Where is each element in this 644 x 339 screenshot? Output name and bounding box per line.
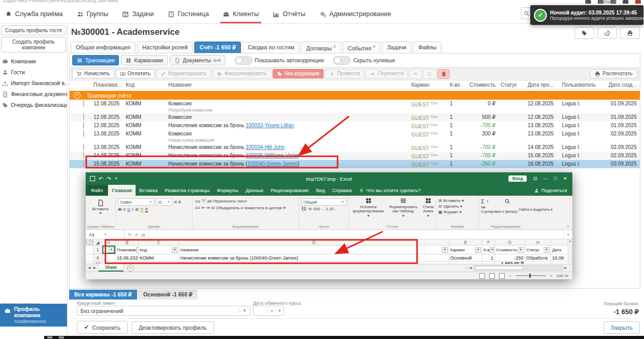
column-header[interactable]: Плановая... bbox=[93, 82, 126, 88]
page-break-view-icon[interactable] bbox=[499, 273, 505, 279]
decimal-icons[interactable]: ←,0 ,00→ bbox=[321, 207, 337, 211]
table-row[interactable]: 12.08.2025КОММКомиссияПопробуем комиссию… bbox=[70, 100, 640, 113]
excel-menu-4[interactable]: Разметка страницы bbox=[161, 185, 213, 196]
row-number-1[interactable]: 1 bbox=[93, 246, 102, 254]
excel-menu-1[interactable]: Файл bbox=[86, 185, 108, 196]
align-left-icons[interactable]: ≡≡ bbox=[195, 205, 200, 210]
orientation-icon[interactable]: ⤧ bbox=[202, 198, 206, 204]
number-format-select[interactable]: Общий▼ bbox=[301, 198, 346, 206]
nav-item-3[interactable]: Задачи bbox=[122, 4, 154, 23]
align-top-icons[interactable]: ≡≡ bbox=[195, 199, 200, 204]
column-header[interactable]: Код bbox=[126, 82, 168, 88]
row-number-9[interactable]: 9 bbox=[93, 254, 102, 262]
pocket-tab-2[interactable]: Основной -1 650 ₽ bbox=[138, 290, 198, 300]
filter-cell-h[interactable]: Статус▼ bbox=[525, 246, 551, 254]
underline-button[interactable]: Ч bbox=[127, 207, 130, 212]
column-letter-D[interactable]: D bbox=[179, 239, 449, 246]
toggle-switch[interactable] bbox=[333, 56, 351, 65]
nav-item-2[interactable]: Группы bbox=[77, 4, 109, 23]
print-button[interactable] bbox=[620, 27, 640, 39]
column-letter-E[interactable]: E bbox=[449, 239, 482, 246]
tab-7[interactable]: Задачи bbox=[382, 42, 411, 55]
sheet-tab[interactable]: Sheet bbox=[98, 264, 124, 272]
cell-styles-button[interactable]: Стили ячеек ▾ bbox=[421, 197, 436, 223]
tag-button[interactable] bbox=[574, 27, 594, 39]
calendar-dropdown-icon[interactable]: ▼ bbox=[275, 309, 284, 313]
data-cell-g[interactable]: -250 bbox=[495, 254, 525, 262]
italic-button[interactable]: К bbox=[123, 207, 126, 212]
sort-filter-button[interactable]: Я▾Сортировка и фильтр bbox=[481, 206, 517, 214]
excel-menu-6[interactable]: Данные bbox=[242, 185, 267, 196]
action-button-перенести[interactable]: Перенести bbox=[366, 69, 408, 78]
column-header[interactable]: Карман bbox=[411, 82, 450, 88]
tab-2[interactable]: Настройки ролей bbox=[137, 42, 193, 55]
excel-menu-7[interactable]: Рецензирование bbox=[267, 185, 312, 196]
tab-4[interactable]: Сводка по гостям bbox=[243, 42, 299, 55]
name-box[interactable]: A1 bbox=[89, 232, 95, 237]
nav-item-1[interactable]: Служба приёма bbox=[5, 4, 63, 23]
excel-share-button[interactable]: Поделиться bbox=[534, 185, 572, 196]
view-button-3[interactable]: Документы0+0 bbox=[170, 55, 225, 66]
table-row[interactable]: 14.08.2025КОММНачисление комиссии за бро… bbox=[70, 152, 640, 160]
night-audit-toast[interactable]: ✓ Ночной аудит: 03.09.2025 17:39:45 Проц… bbox=[530, 5, 643, 25]
sidebar-item-1[interactable]: Компании bbox=[0, 56, 67, 66]
nav-item-7[interactable]: Администрирование bbox=[319, 4, 391, 23]
deactivate-profile-button[interactable]: Деактивировать профиль bbox=[131, 321, 214, 334]
row-number-10[interactable]: 10 bbox=[93, 262, 102, 264]
scissors-button[interactable] bbox=[423, 69, 436, 79]
table-row[interactable]: 12.08.2025КОММНачисление комиссии за бро… bbox=[70, 121, 640, 130]
filter-dropdown-icon[interactable]: ▼ bbox=[475, 247, 481, 253]
excel-menu-8[interactable]: Вид bbox=[313, 185, 329, 196]
undo-button[interactable] bbox=[409, 69, 422, 79]
booking-link[interactable]: 100035-Williams Violet bbox=[246, 153, 299, 158]
paste-button[interactable]: Вставить ▾ bbox=[88, 199, 113, 216]
select-all-corner[interactable]: ◢ bbox=[93, 239, 102, 246]
view-button-2[interactable]: Карманами bbox=[121, 55, 168, 66]
thousands-icon[interactable]: 000 bbox=[313, 207, 320, 211]
column-letter-G[interactable]: G bbox=[495, 239, 525, 246]
table-row[interactable]: 15.08.2025КОММНачисление комиссии за бро… bbox=[70, 160, 640, 168]
filter-cell-c[interactable]: Код▼ bbox=[139, 246, 179, 254]
action-button-провести[interactable]: Провести bbox=[325, 69, 364, 78]
cancel-icon[interactable]: ✕ bbox=[128, 232, 132, 237]
action-button-оплатить[interactable]: Оплатить bbox=[116, 69, 155, 78]
filter-cell-b[interactable]: Плановая▼ bbox=[116, 246, 139, 254]
row-checkbox[interactable] bbox=[83, 161, 93, 167]
tab-8[interactable]: Файлы bbox=[413, 42, 441, 55]
close-icon[interactable]: ✕ bbox=[563, 176, 567, 181]
open-card-company-profile[interactable]: Профиль компании Academservice bbox=[0, 304, 67, 327]
pocket-tab-1[interactable]: Все карманы -1 650 ₽ bbox=[69, 290, 137, 300]
currency-icon[interactable]: 💱 bbox=[301, 207, 306, 211]
column-letter-A[interactable]: A bbox=[102, 239, 116, 246]
ribbon-display-icon[interactable]: ⊡ bbox=[533, 176, 537, 181]
zoom-in-icon[interactable]: + bbox=[550, 274, 553, 278]
column-letter-F[interactable]: F bbox=[482, 239, 495, 246]
nav-item-6[interactable]: Отчёты bbox=[273, 4, 305, 23]
column-header[interactable]: Стоимость bbox=[465, 82, 495, 88]
data-cell-f[interactable]: 1 bbox=[482, 254, 495, 262]
format-as-table-button[interactable]: Форматировать как таблицу ▾ bbox=[387, 197, 419, 223]
grid-horizontal-scrollbar[interactable] bbox=[474, 265, 563, 270]
format-cells-button[interactable]: ▦ Формат ▾ bbox=[438, 210, 461, 214]
column-header[interactable]: Дата про... bbox=[525, 82, 559, 88]
font-name-select[interactable]: Calibri▼ bbox=[118, 198, 154, 206]
hscroll-left-icon[interactable]: ◀ bbox=[469, 266, 472, 270]
excel-menu-5[interactable]: Формулы bbox=[213, 185, 242, 196]
excel-menu-9[interactable]: Справка bbox=[329, 185, 355, 196]
tab-6[interactable]: События 0 bbox=[343, 42, 381, 55]
tab-1[interactable]: Общая информация bbox=[71, 42, 136, 55]
filter-cell-d[interactable]: Название▼ bbox=[179, 246, 449, 254]
autosum-button[interactable]: Σ bbox=[481, 198, 485, 205]
column-header[interactable]: Дата созд... bbox=[602, 82, 640, 88]
sidebar-item-2[interactable]: Гости bbox=[0, 66, 67, 77]
data-cell-d[interactable]: Начисление комиссии за бронь (100040-Gre… bbox=[179, 254, 449, 262]
exchange-date-input[interactable]: ×▼ bbox=[253, 306, 284, 316]
font-color-icon[interactable]: А bbox=[145, 207, 147, 212]
column-letter-B[interactable]: B bbox=[116, 239, 139, 246]
row-checkbox[interactable] bbox=[83, 131, 93, 137]
table-row[interactable]: 13.08.2025КОММНачисление комиссии за бро… bbox=[70, 143, 640, 152]
wrap-text-button[interactable]: ab Переносить текст bbox=[207, 199, 247, 204]
insert-cells-button[interactable]: ⊞ Вставить ▾ bbox=[438, 198, 464, 203]
tab-5[interactable]: Договоры 0 bbox=[301, 42, 341, 55]
shrink-font-icon[interactable]: А̌ bbox=[178, 200, 181, 205]
